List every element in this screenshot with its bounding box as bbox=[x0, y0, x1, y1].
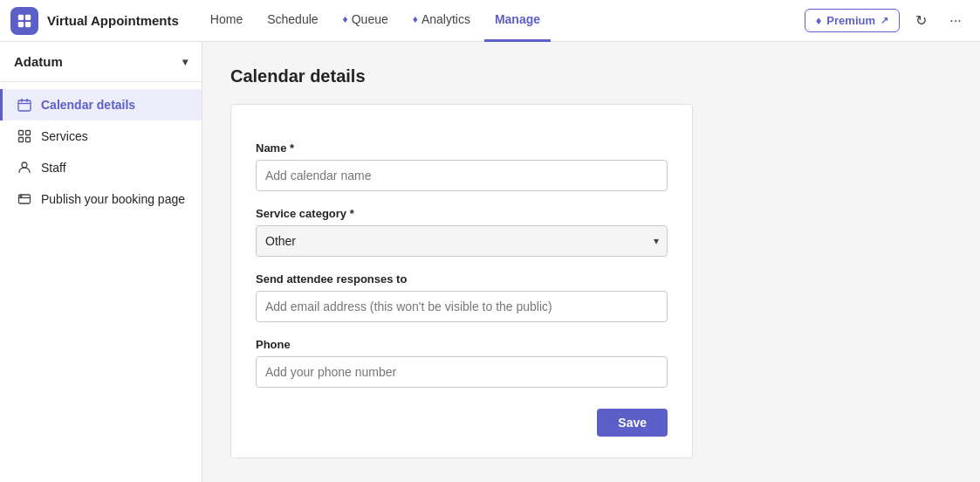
svg-point-15 bbox=[20, 196, 22, 197]
service-category-label: Service category * bbox=[256, 207, 668, 220]
layout: Adatum ▾ Calendar details bbox=[0, 42, 980, 482]
email-input[interactable] bbox=[256, 291, 668, 322]
calendar-icon bbox=[17, 97, 32, 113]
nav-item-home[interactable]: Home bbox=[200, 0, 253, 42]
diamond-icon-queue: ♦ bbox=[343, 13, 348, 25]
svg-point-12 bbox=[22, 162, 27, 168]
more-options-button[interactable]: ··· bbox=[942, 7, 970, 35]
nav-right: ♦ Premium ↗ ↻ ··· bbox=[805, 7, 970, 35]
svg-rect-10 bbox=[19, 138, 24, 142]
sidebar-item-services[interactable]: Services bbox=[0, 120, 202, 152]
refresh-button[interactable]: ↻ bbox=[907, 7, 935, 35]
diamond-icon-analytics: ♦ bbox=[413, 13, 418, 25]
chevron-down-icon: ▾ bbox=[182, 56, 188, 68]
nav-items: Home Schedule ♦ Queue ♦ Analytics Manage bbox=[200, 0, 805, 42]
svg-rect-8 bbox=[19, 131, 24, 135]
nav-item-manage[interactable]: Manage bbox=[484, 0, 551, 42]
email-form-group: Send attendee responses to bbox=[256, 272, 668, 322]
services-icon bbox=[17, 128, 32, 144]
premium-button[interactable]: ♦ Premium ↗ bbox=[805, 9, 900, 32]
publish-icon bbox=[17, 191, 32, 207]
calendar-name-input[interactable] bbox=[256, 160, 668, 191]
svg-rect-0 bbox=[18, 14, 24, 19]
name-form-group: Name * bbox=[256, 141, 668, 191]
phone-input[interactable] bbox=[256, 356, 668, 388]
nav-item-queue[interactable]: ♦ Queue bbox=[332, 0, 399, 42]
nav-item-analytics[interactable]: ♦ Analytics bbox=[402, 0, 481, 42]
svg-rect-9 bbox=[26, 131, 31, 135]
nav-item-schedule[interactable]: Schedule bbox=[257, 0, 328, 42]
sidebar: Adatum ▾ Calendar details bbox=[0, 42, 202, 482]
svg-rect-1 bbox=[25, 14, 31, 19]
org-name: Adatum bbox=[14, 54, 63, 69]
top-navigation: Virtual Appointments Home Schedule ♦ Que… bbox=[0, 0, 980, 42]
service-category-select[interactable]: Other Healthcare Financial Legal bbox=[256, 225, 668, 257]
svg-rect-3 bbox=[25, 21, 31, 26]
sidebar-item-label-services: Services bbox=[41, 129, 88, 143]
sidebar-item-staff[interactable]: Staff bbox=[0, 152, 202, 183]
form-actions: Save bbox=[256, 409, 668, 437]
app-icon bbox=[10, 7, 38, 35]
sidebar-item-label-publish: Publish your booking page bbox=[41, 192, 185, 206]
form-card: Name * Service category * Other Healthca… bbox=[230, 104, 693, 458]
phone-form-group: Phone bbox=[256, 338, 668, 388]
email-label: Send attendee responses to bbox=[256, 272, 668, 286]
service-category-form-group: Service category * Other Healthcare Fina… bbox=[256, 207, 668, 257]
sidebar-item-publish-booking[interactable]: Publish your booking page bbox=[0, 183, 202, 215]
org-header[interactable]: Adatum ▾ bbox=[0, 42, 202, 82]
sidebar-item-label-staff: Staff bbox=[41, 161, 66, 175]
premium-diamond-icon: ♦ bbox=[816, 14, 822, 27]
app-title: Virtual Appointments bbox=[47, 13, 179, 28]
sidebar-item-calendar-details[interactable]: Calendar details bbox=[0, 89, 202, 120]
svg-rect-4 bbox=[18, 100, 31, 111]
sidebar-item-label-calendar-details: Calendar details bbox=[41, 98, 135, 112]
main-content: Calendar details Name * Service category… bbox=[202, 42, 980, 482]
save-button[interactable]: Save bbox=[597, 409, 668, 437]
external-link-icon: ↗ bbox=[881, 15, 888, 26]
service-category-wrapper: Other Healthcare Financial Legal ▾ bbox=[256, 225, 668, 257]
name-label: Name * bbox=[256, 141, 668, 155]
svg-rect-11 bbox=[26, 138, 31, 142]
svg-rect-2 bbox=[18, 21, 24, 26]
phone-label: Phone bbox=[256, 338, 668, 351]
staff-icon bbox=[17, 160, 32, 176]
page-title: Calendar details bbox=[230, 66, 952, 86]
sidebar-navigation: Calendar details Services bbox=[0, 82, 202, 222]
